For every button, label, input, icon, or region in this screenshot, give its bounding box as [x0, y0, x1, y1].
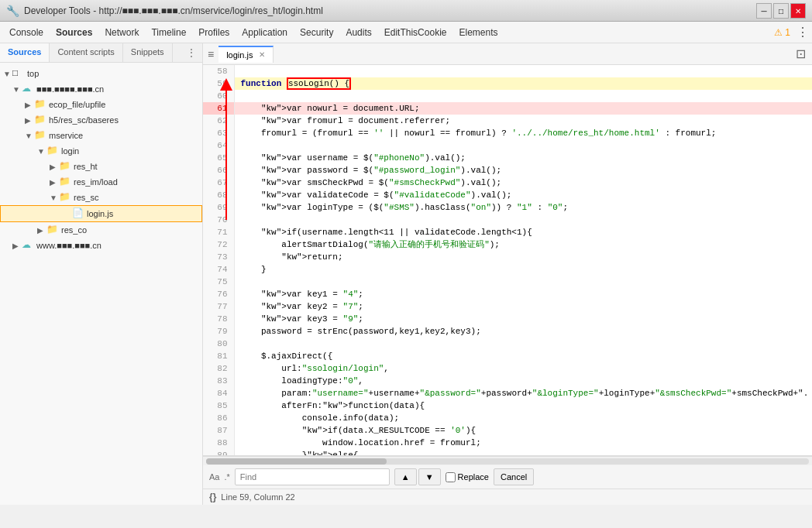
tree-item-top[interactable]: ▼ □ top: [0, 66, 202, 81]
more-options-icon[interactable]: ⋮: [797, 25, 809, 39]
menu-timeline[interactable]: Timeline: [145, 24, 192, 41]
code-area[interactable]: 5859function ssoLogin() {6061 "kw">var n…: [203, 65, 812, 455]
line-number-89[interactable]: 89: [203, 449, 234, 455]
line-number-69[interactable]: 69: [203, 201, 234, 214]
line-number-67[interactable]: 67: [203, 177, 234, 189]
tree-item-cloud1[interactable]: ▼ ☁ ■■■.■■■■.■■■.cn: [0, 81, 202, 97]
tree-item-login[interactable]: ▼ 📁 login: [0, 143, 202, 159]
panel-expand-button[interactable]: ≡: [203, 45, 218, 63]
line-number-68[interactable]: 68: [203, 189, 234, 201]
line-number-72[interactable]: 72: [203, 238, 234, 251]
tree-item-h5[interactable]: ▶ 📁 h5/res_sc/baseres: [0, 112, 202, 128]
code-line-80: 80: [203, 338, 812, 350]
line-number-76[interactable]: 76: [203, 288, 234, 300]
line-content-79: password = strEnc(password,key1,key2,key…: [234, 325, 812, 338]
find-bar: Aa .* ▲ ▼ Replace Cancel: [203, 465, 812, 489]
line-number-88[interactable]: 88: [203, 437, 234, 449]
code-line-70: 70: [203, 214, 812, 226]
line-number-63[interactable]: 63: [203, 127, 234, 139]
replace-checkbox[interactable]: Replace: [446, 472, 489, 482]
line-number-64[interactable]: 64: [203, 139, 234, 152]
menu-profiles[interactable]: Profiles: [192, 24, 236, 41]
devtools-main: Sources Content scripts Snippets ⋮ ▼ □ t…: [0, 43, 812, 505]
line-number-58[interactable]: 58: [203, 65, 234, 77]
menu-audits[interactable]: Audits: [339, 24, 377, 41]
line-number-85[interactable]: 85: [203, 399, 234, 412]
line-number-62[interactable]: 62: [203, 115, 234, 127]
line-number-78[interactable]: 78: [203, 313, 234, 325]
line-number-84[interactable]: 84: [203, 387, 234, 399]
line-content-81: $.ajaxDirect({: [234, 350, 812, 362]
code-line-89: 89 }"kw">else{: [203, 449, 812, 455]
code-line-75: 75: [203, 276, 812, 288]
line-number-70[interactable]: 70: [203, 214, 234, 226]
close-button[interactable]: ✕: [790, 3, 806, 19]
tree-item-cloud2[interactable]: ▶ ☁ www.■■■.■■■.cn: [0, 238, 202, 253]
line-number-59[interactable]: 59: [203, 77, 234, 90]
code-line-78: 78 "kw">var key3 = "9";: [203, 313, 812, 325]
line-number-65[interactable]: 65: [203, 152, 234, 164]
code-table: 5859function ssoLogin() {6061 "kw">var n…: [203, 65, 812, 455]
line-number-77[interactable]: 77: [203, 300, 234, 313]
line-number-82[interactable]: 82: [203, 362, 234, 375]
file-tab-right-icon[interactable]: ⊡: [790, 43, 812, 64]
line-number-61[interactable]: 61: [203, 102, 234, 115]
line-number-60[interactable]: 60: [203, 90, 234, 102]
status-bar: {} Line 59, Column 22: [203, 489, 812, 505]
replace-checkbox-input[interactable]: [446, 472, 456, 482]
line-content-86: console.info(data);: [234, 412, 812, 424]
line-number-81[interactable]: 81: [203, 350, 234, 362]
tree-item-res-co[interactable]: ▶ 📁 res_co: [0, 222, 202, 238]
line-number-86[interactable]: 86: [203, 412, 234, 424]
folder-icon: 📁: [34, 114, 46, 126]
line-content-82: url:"ssologin/login",: [234, 362, 812, 375]
tree-item-res-im-load[interactable]: ▶ 📁 res_im/load: [0, 174, 202, 190]
tab-snippets[interactable]: Snippets: [123, 43, 173, 62]
line-content-88: window.location.href = fromurl;: [234, 437, 812, 449]
line-number-83[interactable]: 83: [203, 375, 234, 387]
tree-item-res-ht[interactable]: ▶ 📁 res_ht: [0, 159, 202, 174]
line-number-75[interactable]: 75: [203, 276, 234, 288]
tree-item-mservice[interactable]: ▼ 📁 mservice: [0, 128, 202, 143]
cursor-position: Line 59, Column 22: [221, 492, 294, 502]
find-prev-button[interactable]: ▲: [394, 468, 417, 485]
menu-security[interactable]: Security: [294, 24, 339, 41]
find-next-button[interactable]: ▼: [418, 468, 441, 485]
line-number-71[interactable]: 71: [203, 226, 234, 238]
line-content-85: afterFn:"kw">function(data){: [234, 399, 812, 412]
file-tab-close-button[interactable]: ✕: [259, 50, 265, 59]
menu-application[interactable]: Application: [236, 24, 294, 41]
line-number-74[interactable]: 74: [203, 263, 234, 276]
cancel-button[interactable]: Cancel: [494, 468, 534, 485]
line-number-87[interactable]: 87: [203, 424, 234, 437]
line-number-80[interactable]: 80: [203, 338, 234, 350]
tree-item-login-js[interactable]: ▶ 📄 login.js: [0, 205, 202, 222]
code-line-81: 81 $.ajaxDirect({: [203, 350, 812, 362]
menu-console[interactable]: Console: [3, 24, 50, 41]
code-line-65: 65 "kw">var username = $("#phoneNo").val…: [203, 152, 812, 164]
tree-item-res-sc[interactable]: ▼ 📁 res_sc: [0, 190, 202, 205]
line-content-78: "kw">var key3 = "9";: [234, 313, 812, 325]
code-line-82: 82 url:"ssologin/login",: [203, 362, 812, 375]
title-bar: 🔧 Developer Tools - http://■■■.■■■.■■■.c…: [0, 0, 812, 22]
menu-sources[interactable]: Sources: [50, 24, 98, 41]
file-tab-login-js[interactable]: login.js ✕: [218, 46, 274, 63]
minimize-button[interactable]: ─: [756, 3, 772, 19]
menu-editthiscookie[interactable]: EditThisCookie: [378, 24, 453, 41]
line-content-59: function ssoLogin() {: [234, 77, 812, 90]
line-number-73[interactable]: 73: [203, 251, 234, 263]
tabs-more-button[interactable]: ⋮: [181, 43, 202, 62]
line-content-74: }: [234, 263, 812, 276]
tree-item-ecop-file[interactable]: ▶ 📁 ecop_file/upfile: [0, 97, 202, 112]
tab-sources[interactable]: Sources: [0, 43, 50, 62]
pretty-print-icon[interactable]: {}: [209, 492, 216, 502]
find-input[interactable]: [235, 468, 390, 485]
menu-network[interactable]: Network: [98, 24, 145, 41]
line-content-89: }"kw">else{: [234, 449, 812, 455]
menu-elements[interactable]: Elements: [452, 24, 504, 41]
line-content-83: loadingType:"0",: [234, 375, 812, 387]
line-number-66[interactable]: 66: [203, 164, 234, 177]
tab-content-scripts[interactable]: Content scripts: [50, 43, 122, 62]
line-number-79[interactable]: 79: [203, 325, 234, 338]
maximize-button[interactable]: □: [773, 3, 789, 19]
